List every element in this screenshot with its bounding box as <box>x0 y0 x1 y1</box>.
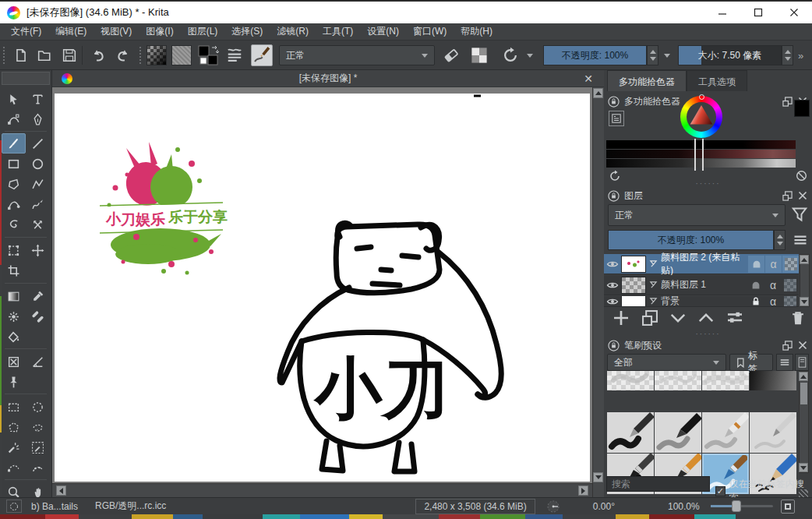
tool-bezier-curve[interactable] <box>2 194 26 214</box>
redo-button[interactable] <box>115 47 132 64</box>
brush-search-input[interactable]: 搜索 <box>606 476 710 492</box>
open-document-button[interactable] <box>36 47 53 64</box>
zoom-percent[interactable]: 100.0% <box>668 501 700 512</box>
brush-preset[interactable] <box>750 412 796 453</box>
menu-image[interactable]: 图像(I) <box>139 23 179 41</box>
tool-calligraphy[interactable] <box>26 109 50 129</box>
alpha-lock-icon[interactable]: α <box>764 256 782 273</box>
spin-up-icon[interactable] <box>785 50 791 54</box>
resize-grip[interactable] <box>799 489 808 497</box>
tool-gradient[interactable] <box>2 286 26 306</box>
toolbar-grip[interactable] <box>139 45 143 65</box>
brush-filter-dropdown[interactable]: 全部 <box>607 354 726 371</box>
tag-button[interactable]: 标签 <box>729 354 773 371</box>
layer-row[interactable]: 颜料图层 2 (来自粘贴) α <box>604 254 799 274</box>
menu-file[interactable]: 文件(F) <box>5 23 48 41</box>
tool-magnetic-select[interactable] <box>26 457 50 478</box>
color-selector-settings-button[interactable] <box>609 111 624 126</box>
scroll-right-button[interactable] <box>578 485 588 496</box>
scrollbar-thumb[interactable] <box>800 383 807 404</box>
layer-opacity-spinner[interactable] <box>774 230 786 250</box>
scroll-down-button[interactable] <box>800 297 809 306</box>
float-docker-icon[interactable] <box>782 340 793 351</box>
menu-select[interactable]: 选择(S) <box>225 23 269 41</box>
zoom-fit-button[interactable] <box>781 500 795 514</box>
undo-button[interactable] <box>90 47 107 64</box>
minimize-button[interactable] <box>704 2 740 23</box>
layer-filter-button[interactable] <box>791 206 808 223</box>
color-profile[interactable]: RGB/透明...rc.icc <box>95 500 166 513</box>
rotation-dial-icon[interactable] <box>546 500 560 514</box>
close-button[interactable] <box>776 2 812 23</box>
save-button[interactable] <box>61 47 78 64</box>
checkbox-checked-icon[interactable]: ✓ <box>715 486 726 496</box>
opacity-options-arrow[interactable] <box>661 47 670 64</box>
tool-freehand-path[interactable] <box>26 194 50 214</box>
current-color-swatch[interactable] <box>794 100 810 117</box>
color-triangle[interactable] <box>688 104 715 130</box>
docker-lock-icon[interactable] <box>608 340 620 351</box>
scroll-down-button[interactable] <box>799 463 808 472</box>
tool-smart-patch[interactable] <box>26 306 50 327</box>
clear-colors-button[interactable] <box>796 170 807 182</box>
brush-preset[interactable] <box>655 412 701 453</box>
blending-mode-dropdown[interactable]: 正常 <box>279 45 435 65</box>
menu-filter[interactable]: 滤镜(R) <box>270 23 315 41</box>
scroll-left-button[interactable] <box>56 485 66 496</box>
menu-settings[interactable]: 设置(N) <box>361 23 405 41</box>
preserve-alpha-button[interactable] <box>471 47 488 64</box>
duplicate-layer-button[interactable] <box>641 309 658 327</box>
docker-lock-icon[interactable] <box>608 96 620 108</box>
layer-row[interactable]: 背景 α <box>604 296 799 307</box>
menu-tools[interactable]: 工具(T) <box>316 23 359 41</box>
refresh-colors-button[interactable] <box>609 170 621 182</box>
tool-edit-shapes[interactable] <box>2 109 26 129</box>
layer-expander-icon[interactable] <box>649 281 658 289</box>
tool-line[interactable] <box>26 133 50 154</box>
brush-grid-scrollbar[interactable] <box>799 371 809 473</box>
move-layer-down-button[interactable] <box>669 309 687 327</box>
tool-fill[interactable] <box>2 327 26 347</box>
menu-help[interactable]: 帮助(H) <box>454 23 499 41</box>
spin-down-icon[interactable] <box>650 57 656 61</box>
layer-checker-icon[interactable] <box>782 296 799 307</box>
brush-presets-header[interactable]: 笔刷预设 <box>608 338 808 352</box>
brush-preset[interactable] <box>607 371 654 390</box>
brush-preset[interactable] <box>655 371 701 390</box>
layer-lock-icon[interactable] <box>747 296 764 307</box>
choose-brush-preset-button[interactable] <box>226 47 243 64</box>
layer-blending-dropdown[interactable]: 正常 <box>608 204 786 226</box>
brush-preset[interactable] <box>607 412 654 453</box>
delete-layer-button[interactable] <box>789 309 807 327</box>
hue-ring-handle[interactable] <box>699 94 704 100</box>
layer-checker-icon[interactable] <box>782 277 799 294</box>
tool-enclose-fill[interactable] <box>2 351 26 372</box>
spin-down-icon[interactable] <box>785 57 791 61</box>
brush-size-slider[interactable]: 大小: 7.50 像素 <box>678 45 782 65</box>
tool-dynamic-brush[interactable] <box>2 214 26 235</box>
layer-expander-icon[interactable] <box>649 260 658 268</box>
menu-layer[interactable]: 图层(L) <box>182 23 224 41</box>
docker-splitter[interactable]: ······ <box>604 182 812 186</box>
zoom-slider[interactable] <box>711 505 773 507</box>
tool-contiguous-select[interactable] <box>2 437 26 457</box>
tool-multibrush[interactable] <box>26 214 50 235</box>
tool-ellipse-select[interactable] <box>26 397 50 417</box>
add-layer-button[interactable] <box>612 309 630 327</box>
tab-advanced-color-selector[interactable]: 多功能拾色器 <box>607 70 687 91</box>
tool-text[interactable] <box>26 89 50 109</box>
move-layer-up-button[interactable] <box>697 309 715 327</box>
tool-polyline[interactable] <box>26 174 50 194</box>
scroll-down-button[interactable] <box>593 472 603 482</box>
layers-header[interactable]: 图层 <box>608 189 808 203</box>
layer-properties-button[interactable] <box>726 309 744 327</box>
tool-measure[interactable] <box>26 351 50 372</box>
float-docker-icon[interactable] <box>782 190 793 201</box>
layer-checker-icon[interactable] <box>782 256 799 273</box>
canvas-page[interactable]: 小刀娱乐 乐于分享 <box>55 94 590 482</box>
close-docker-icon[interactable] <box>797 190 808 201</box>
color-bar-handle[interactable] <box>694 139 704 171</box>
menu-edit[interactable]: 编辑(E) <box>49 23 93 41</box>
tool-rectangle[interactable] <box>2 154 26 174</box>
menu-view[interactable]: 视图(V) <box>94 23 138 41</box>
